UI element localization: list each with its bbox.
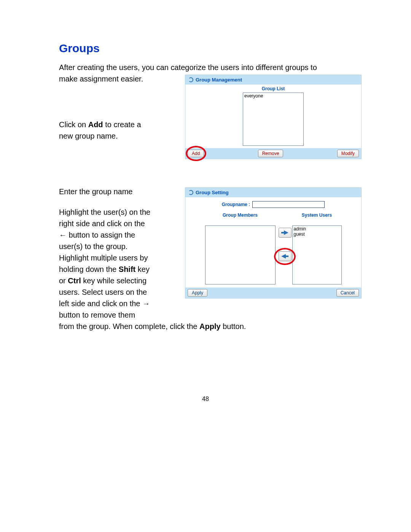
remove-button[interactable]: Remove [258,150,284,157]
text-fragment: key [135,265,150,273]
group-setting-footer: Apply Cancel [185,288,361,298]
text-fragment: new group name. [59,132,118,140]
text-fragment: left side and click on the → [59,299,150,308]
text-fragment: user(s) to the group. [59,242,127,251]
section-heading: Groups [59,42,362,55]
bold-shift: Shift [119,265,135,273]
page-number: 48 [0,396,411,403]
arrow-left-button[interactable] [279,251,292,261]
text-fragment: right side and click on the [59,219,145,228]
text-fragment: button to remove them [59,311,135,319]
apply-button[interactable]: Apply [188,289,207,297]
list-item[interactable]: admin [294,226,340,232]
instruction-apply: from the group. When complete, click the… [59,321,362,332]
group-setting-header: Group Setting [185,188,361,197]
group-listbox[interactable]: everyone [243,93,304,146]
bold-apply: Apply [199,322,221,331]
text-fragment: key while selecting [81,276,147,285]
system-users-listbox[interactable]: admin guest [292,225,342,284]
text-fragment: Highlight the user(s) on the [59,208,150,216]
text-fragment: ← button to assign the [59,231,135,239]
text-fragment: button. [221,322,246,331]
groupname-label: Groupname : [222,202,250,207]
group-members-listbox[interactable] [205,225,276,284]
text-fragment: Click on [59,120,88,129]
refresh-icon [188,190,193,195]
refresh-icon [188,77,193,82]
text-fragment: to create a [103,120,141,129]
text-fragment: Highlight multiple users by [59,254,148,262]
text-fragment: users. Select users on the [59,288,147,296]
arrow-right-button[interactable] [279,228,292,238]
text-fragment: holding down the [59,265,119,273]
text-fragment: from the group. When complete, click the [59,322,199,331]
group-list-label: Group List [188,86,359,91]
group-setting-panel: Group Setting Groupname : Group Members [185,187,362,299]
intro-line-1: After creating the users, you can catego… [59,62,362,73]
modify-button[interactable]: Modify [337,150,359,157]
group-setting-title: Group Setting [196,190,229,195]
list-item[interactable]: everyone [244,93,302,99]
group-management-footer: Add Remove Modify [185,148,361,159]
cancel-button[interactable]: Cancel [336,289,359,297]
group-management-header: Group Management [185,75,361,85]
list-item[interactable]: guest [294,232,340,237]
group-management-panel: Group Management Group List everyone Add… [185,75,362,159]
add-button[interactable]: Add [188,150,204,157]
bold-ctrl: Ctrl [68,276,81,285]
group-members-label: Group Members [205,212,276,218]
text-fragment: or [59,276,68,285]
bold-add: Add [88,120,103,129]
group-management-title: Group Management [196,77,242,83]
groupname-input[interactable] [252,201,325,208]
system-users-label: System Users [292,212,342,218]
